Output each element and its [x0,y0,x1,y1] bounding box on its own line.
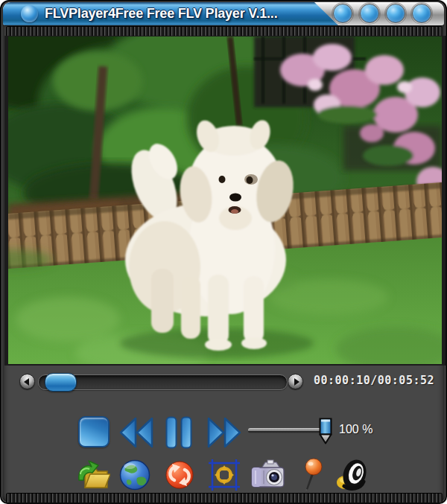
repeat-button[interactable] [165,458,194,492]
speaker-icon [335,458,370,492]
seek-bar[interactable] [38,374,288,390]
fullscreen-button[interactable] [209,458,240,492]
window-title: FLVPlayer4Free Free FLV Player V.1... [45,2,277,25]
app-icon [21,5,38,22]
pause-button[interactable] [165,416,192,449]
volume-slider[interactable] [248,428,322,433]
volume-slider-thumb[interactable] [319,418,332,444]
orange-refresh-icon [165,458,194,492]
ribbed-strip-bottom [6,493,443,504]
fast-forward-button[interactable] [207,416,241,449]
open-url-button[interactable] [119,458,150,492]
open-folder-icon [74,458,110,492]
seek-thumb[interactable] [45,373,77,392]
seek-back-button[interactable] [19,374,35,389]
video-display[interactable] [8,36,442,364]
snapshot-button[interactable] [250,458,285,492]
titlebar-button-4[interactable] [412,4,431,23]
always-on-top-button[interactable] [302,458,324,492]
video-scene [8,36,442,364]
titlebar-button-1[interactable] [333,4,352,23]
fast-forward-icon [207,416,241,449]
open-file-button[interactable] [74,458,110,492]
globe-icon [119,458,150,492]
titlebar-button-3[interactable] [386,4,405,23]
fullscreen-arrows-icon [209,458,240,492]
pin-icon [302,458,324,492]
volume-percent-label: 100 % [339,423,372,436]
volume-thumb-icon [319,418,332,444]
camera-icon [250,458,285,492]
titlebar-button-2[interactable] [360,4,379,23]
rewind-button[interactable] [119,416,153,449]
player-window: FLVPlayer4Free Free FLV Player V.1... [0,0,447,504]
seek-back-arrow-icon [24,378,29,386]
pause-icon [165,416,192,449]
mute-button[interactable] [335,458,370,492]
time-display: 00:00:10/00:05:52 [314,374,434,387]
titlebar[interactable]: FLVPlayer4Free Free FLV Player V.1... [3,2,444,25]
rewind-icon [119,416,153,449]
seek-forward-arrow-icon [294,378,299,386]
seek-forward-button[interactable] [288,374,303,389]
stop-button[interactable] [78,416,110,447]
